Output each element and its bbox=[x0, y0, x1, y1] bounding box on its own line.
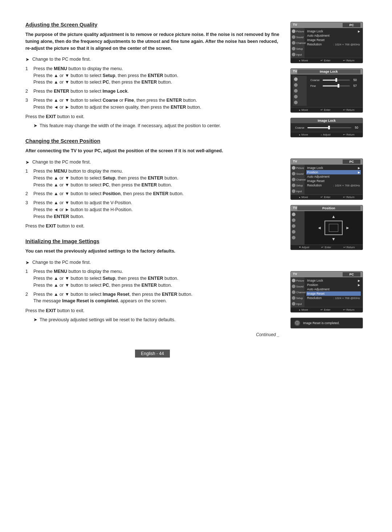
screen4-main: Image Lock▶ Position▶ Auto Adjustment Im… bbox=[305, 165, 363, 194]
info-icon: ⓘ bbox=[294, 320, 300, 326]
screen2-body-wrapper: Coarse 50 Fine bbox=[293, 76, 360, 106]
picture-icon-4 bbox=[292, 166, 295, 170]
coarse-slider-bar bbox=[323, 80, 350, 81]
subbullet-arrow-icon-2: ➤ bbox=[33, 317, 37, 323]
fine-slider-thumb bbox=[338, 84, 339, 88]
sidebar5-setup bbox=[291, 230, 305, 234]
fine-slider-row: Fine 57 bbox=[308, 83, 359, 89]
changing-step3-content: Press the ▲ or ▼ button to adjust the V-… bbox=[33, 200, 279, 220]
screen2-tv-label: TV bbox=[293, 69, 297, 74]
sidebar2-setup bbox=[293, 94, 307, 99]
changing-bullet1: ➤ Change to the PC mode first. bbox=[25, 159, 279, 166]
sidebar5-input bbox=[291, 235, 305, 240]
initializing-intro: You can reset the previously adjusted se… bbox=[25, 248, 279, 255]
changing-title: Changing the Screen Position bbox=[25, 138, 279, 144]
screen1-body: Picture Sound Channel Setup bbox=[291, 28, 363, 58]
screen-mockup-3: Image Lock Coarse 50 ⬥ Move ⬦ Adjust ↩ R… bbox=[290, 118, 363, 137]
monitor-icon bbox=[324, 221, 343, 235]
adjusting-step2: 2 Press the ENTER button to select Image… bbox=[25, 88, 279, 95]
screen3-slider-fill bbox=[307, 127, 330, 128]
screen3-return: ↩ Return bbox=[343, 133, 355, 136]
sidebar2-picture bbox=[293, 77, 307, 81]
page-number: English - 44 bbox=[135, 350, 170, 358]
screen1-menu-autoadj: Auto Adjustment bbox=[306, 33, 361, 38]
screen4-tv-label: TV bbox=[293, 160, 297, 164]
screen2-return: ↩ Return bbox=[343, 108, 355, 112]
screen4-autoadj: Auto Adjustment bbox=[306, 174, 361, 179]
picture-icon-5 bbox=[292, 213, 295, 216]
changing-step2-content: Press the ▲ or ▼ button to select Positi… bbox=[33, 190, 279, 197]
screen6-resolution: Resolution : 1024 × 768 @60Hz bbox=[306, 296, 361, 300]
screen6-footer: ⬥ Move ↵ Enter ↩ Return bbox=[291, 307, 363, 312]
changing-step1: 1 Press the MENU button to display the m… bbox=[25, 168, 279, 188]
screen6-imagereset: Image Reset bbox=[306, 291, 361, 296]
adjusting-title: Adjusting the Screen Quality bbox=[25, 22, 279, 28]
input-icon-5 bbox=[292, 236, 295, 239]
right-arrow-icon: ► bbox=[346, 225, 350, 230]
screen5-sidebar bbox=[291, 211, 305, 245]
sidebar5-channel bbox=[291, 224, 305, 228]
screen6-move: ⬥ Move bbox=[299, 308, 308, 311]
screen4-enter: ↵ Enter bbox=[320, 196, 330, 199]
sound-icon bbox=[292, 35, 295, 39]
screen4-header: TV PC bbox=[291, 159, 363, 165]
screen1-move: ⬥ Move bbox=[299, 59, 308, 62]
position-arrows: ▲ ◄ ► ▼ bbox=[317, 214, 350, 242]
initializing-step2-content: Press the ▲ or ▼ button to select Image … bbox=[33, 291, 279, 305]
sidebar2-input bbox=[293, 100, 307, 105]
adjusting-step1-content: Press the MENU button to display the men… bbox=[33, 65, 279, 86]
screen4-footer: ⬥ Move ↵ Enter ↩ Return bbox=[291, 194, 363, 200]
picture-icon-2 bbox=[294, 77, 298, 81]
screen3-footer: ⬥ Move ⬦ Adjust ↩ Return bbox=[291, 132, 363, 137]
screen5-header: TV Position bbox=[291, 205, 363, 211]
screen6-sidebar: Picture Sound Channel Setup bbox=[291, 277, 305, 307]
screen2-move: ⬥ Move bbox=[299, 108, 308, 112]
sound-icon-6 bbox=[292, 285, 295, 288]
screen-mockup-4: TV PC Picture Sound Channel bbox=[290, 158, 363, 200]
screen2-header: TV Image Lock bbox=[291, 69, 363, 74]
sound-icon-4 bbox=[292, 172, 295, 176]
setup-icon-6 bbox=[292, 296, 295, 300]
adjusting-step1: 1 Press the MENU button to display the m… bbox=[25, 65, 279, 86]
adjusting-steps: 1 Press the MENU button to display the m… bbox=[25, 65, 279, 111]
screen6-enter: ↵ Enter bbox=[320, 308, 330, 311]
screen6-pc-label: PC bbox=[343, 272, 360, 277]
adjusting-exit: Press the EXIT button to exit. bbox=[25, 113, 279, 120]
screen2-imagelock-label: Image Lock bbox=[297, 69, 360, 74]
setup-icon bbox=[292, 47, 295, 51]
screen6-body: Picture Sound Channel Setup bbox=[291, 277, 363, 307]
picture-icon bbox=[292, 29, 295, 33]
screen3-slider-thumb bbox=[328, 126, 330, 129]
coarse-slider-row: Coarse 50 bbox=[308, 77, 359, 83]
sidebar5-sound bbox=[291, 218, 305, 222]
setup-icon-5 bbox=[292, 230, 295, 234]
sidebar6-picture: Picture bbox=[291, 278, 305, 283]
changing-step3: 3 Press the ▲ or ▼ button to adjust the … bbox=[25, 200, 279, 220]
screen2-enter: ↵ Enter bbox=[320, 108, 330, 112]
screen3-slider-bar bbox=[307, 127, 351, 128]
screen2-main: Coarse 50 Fine bbox=[307, 76, 360, 106]
sidebar-picture: Picture bbox=[291, 29, 305, 33]
screen5-position-label: Position bbox=[297, 206, 360, 210]
screen-mockup-5: TV Position bbox=[290, 205, 363, 250]
setup-icon-2 bbox=[294, 95, 298, 98]
fine-slider-fill bbox=[323, 85, 338, 86]
channel-icon bbox=[292, 41, 295, 45]
sound-icon-2 bbox=[294, 83, 298, 87]
adjusting-step2-content: Press the ENTER button to select Image L… bbox=[33, 88, 279, 95]
screen5-return: ↩ Return bbox=[343, 246, 355, 249]
sidebar6-input: Input bbox=[291, 302, 305, 306]
screen4-imagereset: Image Reset bbox=[306, 179, 361, 183]
screen5-enter: ↵ Enter bbox=[321, 246, 331, 249]
sidebar4-sound: Sound bbox=[291, 172, 305, 176]
screen6-header: TV PC bbox=[291, 271, 363, 277]
screen6-main: Image Lock▶ Position▶ Auto Adjustment Im… bbox=[305, 277, 363, 307]
input-icon-4 bbox=[292, 189, 295, 193]
screen3-header: Image Lock bbox=[291, 118, 363, 123]
screen1-menu-resolution: Resolution : 1024 × 768 @60Hz bbox=[306, 42, 361, 47]
screen-mockup-2: TV Image Lock bbox=[290, 68, 363, 113]
screen1-menu-imagelock: Image Lock▶ bbox=[306, 29, 361, 33]
screen3-move: ⬥ Move bbox=[299, 133, 308, 136]
initializing-step1-content: Press the MENU button to display the men… bbox=[33, 268, 279, 289]
sidebar2-channel bbox=[293, 89, 307, 93]
